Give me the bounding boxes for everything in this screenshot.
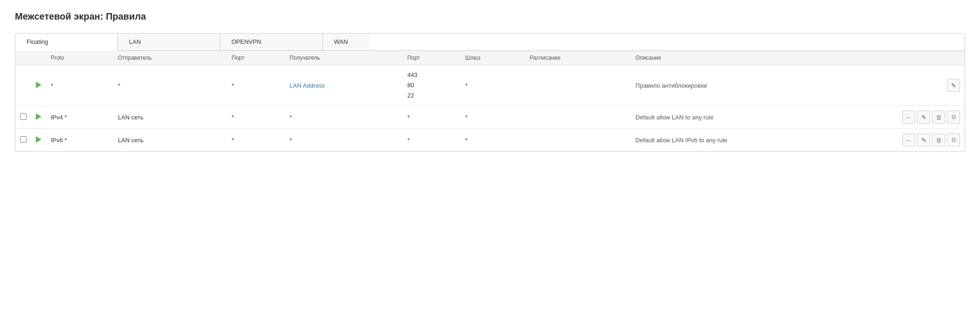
table-row: IPv6 * LAN сеть * * * * Default allow LA… [15, 129, 965, 152]
row2-copy-button[interactable]: ⧉ [947, 111, 960, 124]
col-dest-port: Порт [402, 51, 460, 65]
row2-arrow-button[interactable]: ← [902, 111, 915, 124]
row1-action-btns: ✎ [902, 79, 960, 92]
table-row: * * * LAN Address 443 80 22 * [15, 65, 965, 106]
col-source: Отправитель [113, 51, 227, 65]
row2-actions: ← ✎ 🗑 ⧉ [898, 106, 965, 129]
play-icon[interactable] [36, 113, 41, 120]
row3-dest: * [285, 129, 403, 152]
row2-checkbox-cell [15, 106, 31, 129]
row2-play-cell [31, 106, 46, 129]
row3-play-cell [31, 129, 46, 152]
col-desc: Описание [631, 51, 898, 65]
row3-delete-button[interactable]: 🗑 [932, 133, 945, 146]
col-schedule: Расписание [525, 51, 631, 65]
rules-table-wrapper: Proto Отправитель Порт Получатель Порт Ш… [15, 51, 965, 151]
row1-desc: Правило антиблокировки [631, 65, 898, 106]
col-play [31, 51, 46, 65]
tab-wan[interactable]: WAN [323, 34, 369, 50]
tabs-container: Floating LAN OPENVPN WAN Proto Отправите… [15, 33, 965, 152]
row2-source: LAN сеть [113, 106, 227, 129]
row3-actions: ← ✎ 🗑 ⧉ [898, 129, 965, 152]
row2-delete-button[interactable]: 🗑 [932, 111, 945, 124]
row1-proto: * [46, 65, 113, 106]
row3-gateway: * [461, 129, 525, 152]
row2-dest: * [285, 106, 403, 129]
row3-edit-button[interactable]: ✎ [917, 133, 930, 146]
row3-checkbox[interactable] [20, 136, 27, 143]
row3-dest-ports: * [402, 129, 460, 152]
col-dest: Получатель [285, 51, 403, 65]
play-icon[interactable] [36, 136, 41, 143]
row1-edit-button[interactable]: ✎ [947, 79, 960, 92]
row2-edit-button[interactable]: ✎ [917, 111, 930, 124]
row1-actions: ✎ [898, 65, 965, 106]
port-22: 22 [407, 90, 456, 101]
row3-checkbox-cell [15, 129, 31, 152]
col-proto: Proto [46, 51, 113, 65]
col-checkbox [15, 51, 31, 65]
play-icon[interactable] [36, 82, 41, 88]
row3-source: LAN сеть [113, 129, 227, 152]
row2-schedule [525, 106, 631, 129]
rules-table: Proto Отправитель Порт Получатель Порт Ш… [15, 51, 965, 151]
row3-arrow-button[interactable]: ← [902, 133, 915, 146]
row1-dest: LAN Address [285, 65, 403, 106]
row1-src-port: * [227, 65, 285, 106]
row3-copy-button[interactable]: ⧉ [947, 133, 960, 146]
row2-action-btns: ← ✎ 🗑 ⧉ [902, 111, 960, 124]
row2-gateway: * [461, 106, 525, 129]
port-443: 443 [407, 70, 456, 80]
tabs-header: Floating LAN OPENVPN WAN [15, 34, 965, 51]
page-title: Межсетевой экран: Правила [15, 11, 965, 22]
table-row: IPv4 * LAN сеть * * * * Default allow LA… [15, 106, 965, 129]
col-src-port: Порт [227, 51, 285, 65]
row3-desc: Default allow LAN IPv6 to any rule [631, 129, 898, 152]
table-header-row: Proto Отправитель Порт Получатель Порт Ш… [15, 51, 965, 65]
row3-schedule [525, 129, 631, 152]
row1-dest-ports: 443 80 22 [402, 65, 460, 106]
row2-src-port: * [227, 106, 285, 129]
row1-dest-value[interactable]: LAN Address [290, 82, 325, 89]
row1-source: * [113, 65, 227, 106]
row1-gateway: * [461, 65, 525, 106]
row1-play-cell [31, 65, 46, 106]
row2-checkbox[interactable] [20, 113, 27, 120]
row2-dest-ports: * [402, 106, 460, 129]
tab-lan[interactable]: LAN [118, 34, 220, 50]
row1-schedule [525, 65, 631, 106]
row2-desc: Default allow LAN to any rule [631, 106, 898, 129]
tab-floating[interactable]: Floating [15, 34, 118, 51]
row1-checkbox-cell [15, 65, 31, 106]
row3-src-port: * [227, 129, 285, 152]
col-actions [898, 51, 965, 65]
port-80: 80 [407, 80, 456, 90]
row3-proto: IPv6 * [46, 129, 113, 152]
col-gateway: Шлюз [461, 51, 525, 65]
row3-action-btns: ← ✎ 🗑 ⧉ [902, 133, 960, 146]
tab-openvpn[interactable]: OPENVPN [220, 34, 323, 50]
row2-proto: IPv4 * [46, 106, 113, 129]
row1-ports-list: 443 80 22 [407, 70, 456, 101]
